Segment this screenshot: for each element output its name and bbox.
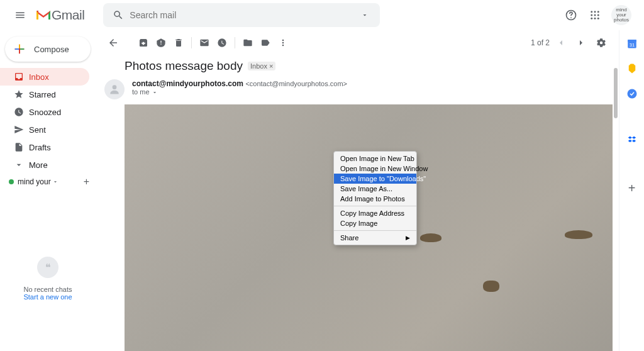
header: Gmail mind your photos	[0, 0, 644, 30]
compose-label: Compose	[34, 45, 69, 54]
caret-down-icon	[52, 179, 58, 185]
email-subject: Photos message body	[125, 59, 243, 73]
new-chat-button[interactable]: +	[84, 176, 89, 187]
chat-bubble-icon: ❝	[37, 257, 58, 278]
start-chat-link[interactable]: Start a new one	[0, 293, 96, 301]
main: Compose Inbox Starred Snoozed Sent Draft…	[0, 30, 644, 351]
sender-name: contact@mindyourphotos.com	[132, 79, 243, 88]
help-icon[interactable]	[564, 8, 579, 23]
sender-email: <contact@mindyourphotos.com>	[245, 80, 347, 87]
sidebar-item-more[interactable]: More	[0, 156, 89, 174]
nav-label: More	[29, 160, 48, 170]
search-input[interactable]	[130, 10, 353, 20]
move-icon[interactable]	[239, 34, 257, 52]
back-icon[interactable]	[104, 34, 122, 52]
more-icon[interactable]	[274, 34, 292, 52]
gmail-m-icon	[35, 9, 52, 21]
svg-point-11	[282, 42, 284, 44]
svg-text:31: 31	[629, 42, 634, 48]
delete-icon[interactable]	[170, 34, 187, 52]
search-options-icon[interactable]	[353, 11, 376, 19]
hangout-label: mind your	[18, 177, 51, 186]
search-icon[interactable]	[107, 9, 130, 21]
archive-icon[interactable]	[135, 34, 152, 52]
file-icon	[14, 142, 29, 152]
scrollbar-thumb[interactable]	[614, 68, 618, 118]
nav-label: Snoozed	[29, 108, 61, 117]
submenu-arrow-icon: ▶	[406, 235, 410, 241]
inbox-icon	[14, 72, 29, 82]
profile-avatar[interactable]: mind your photos	[611, 5, 631, 25]
svg-point-10	[282, 40, 284, 42]
ctx-copy-address[interactable]: Copy Image Address	[334, 208, 416, 218]
svg-point-6	[597, 14, 599, 16]
sidebar-item-sent[interactable]: Sent	[0, 121, 89, 138]
mark-unread-icon[interactable]	[196, 34, 213, 52]
ctx-open-new-tab[interactable]: Open Image in New Tab	[334, 153, 416, 164]
details-caret-icon[interactable]	[152, 89, 158, 96]
chevron-down-icon	[14, 160, 29, 170]
page-count: 1 of 2	[531, 38, 550, 47]
sidebar: Compose Inbox Starred Snoozed Sent Draft…	[0, 30, 96, 351]
search-bar[interactable]	[103, 3, 380, 27]
logo-text: Gmail	[52, 8, 84, 23]
compose-button[interactable]: Compose	[5, 36, 91, 62]
presence-icon	[9, 179, 14, 184]
star-icon	[14, 89, 29, 99]
ctx-share[interactable]: Share▶	[334, 233, 416, 243]
svg-point-2	[594, 11, 596, 13]
nav-label: Sent	[29, 125, 46, 135]
ctx-open-new-window[interactable]: Open Image in New Window	[334, 164, 416, 174]
sidebar-item-starred[interactable]: Starred	[0, 86, 89, 103]
sidebar-item-drafts[interactable]: Drafts	[0, 138, 89, 156]
inbox-chip[interactable]: Inbox×	[248, 62, 275, 70]
spam-icon[interactable]	[152, 34, 170, 52]
gmail-logo[interactable]: Gmail	[35, 8, 84, 23]
svg-point-4	[591, 14, 592, 16]
svg-point-13	[113, 85, 117, 89]
svg-point-7	[591, 18, 592, 20]
menu-icon[interactable]	[5, 0, 35, 30]
svg-point-3	[597, 11, 599, 13]
sender-avatar[interactable]	[104, 79, 125, 99]
ctx-add-to-photos[interactable]: Add Image to Photos	[334, 194, 416, 204]
ctx-copy-image[interactable]: Copy Image	[334, 218, 416, 228]
content: 1 of 2 Photos message body Inbox× contac…	[96, 30, 644, 351]
dropbox-icon[interactable]	[626, 135, 638, 146]
clock-icon	[14, 107, 29, 117]
get-addons-icon[interactable]: +	[628, 181, 636, 196]
sidebar-item-inbox[interactable]: Inbox	[0, 68, 89, 86]
apps-icon[interactable]	[587, 8, 602, 23]
calendar-icon[interactable]: 31	[626, 38, 638, 49]
svg-point-8	[594, 18, 596, 20]
plus-icon	[13, 42, 26, 56]
nav-label: Inbox	[29, 72, 49, 82]
hangouts-row[interactable]: mind your +	[0, 176, 96, 187]
settings-icon[interactable]	[592, 34, 610, 52]
next-icon[interactable]	[572, 34, 590, 52]
nav-label: Starred	[29, 90, 56, 99]
ctx-separator	[334, 206, 416, 206]
label-icon[interactable]	[257, 34, 274, 52]
header-right: mind your photos	[564, 5, 639, 25]
keep-icon[interactable]	[626, 63, 638, 74]
subject-row: Photos message body Inbox×	[96, 55, 619, 79]
chat-footer: ❝ No recent chats Start a new one	[0, 257, 96, 351]
chip-close-icon[interactable]: ×	[269, 62, 273, 70]
svg-point-12	[282, 45, 284, 47]
nav-label: Drafts	[29, 143, 51, 152]
prev-icon[interactable]	[552, 34, 570, 52]
sidebar-item-snoozed[interactable]: Snoozed	[0, 103, 89, 121]
send-icon	[14, 125, 29, 135]
svg-point-17	[627, 89, 636, 99]
side-panel: 31 +	[619, 30, 644, 351]
mail-toolbar: 1 of 2	[96, 30, 619, 55]
chat-none-text: No recent chats	[0, 286, 96, 293]
ctx-save-as[interactable]: Save Image As...	[334, 184, 416, 194]
ctx-save-downloads[interactable]: Save Image to "Downloads"	[334, 174, 416, 184]
mail-pane: 1 of 2 Photos message body Inbox× contac…	[96, 30, 619, 351]
ctx-separator	[334, 230, 416, 231]
snooze-icon[interactable]	[213, 34, 231, 52]
context-menu: Open Image in New Tab Open Image in New …	[333, 151, 417, 245]
tasks-icon[interactable]	[626, 88, 638, 99]
